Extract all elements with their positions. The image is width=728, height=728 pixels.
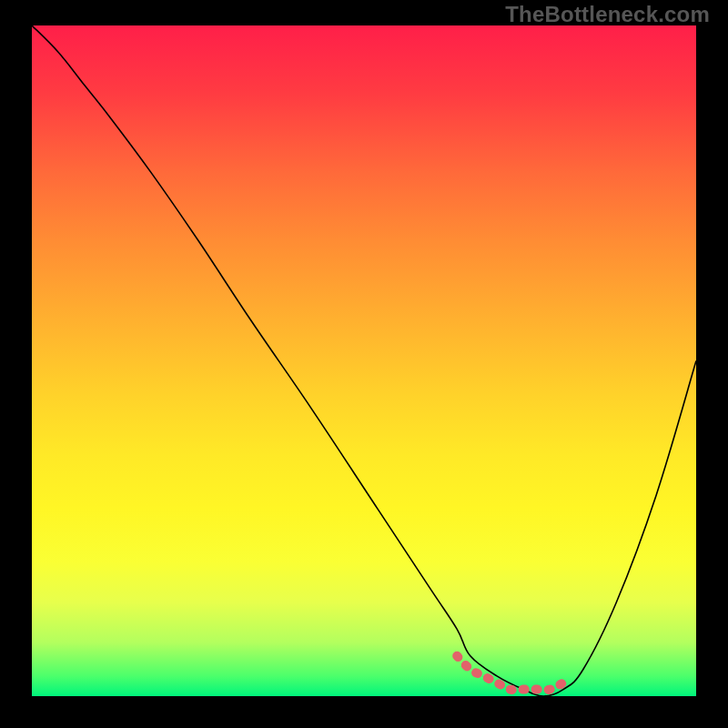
- watermark-text: TheBottleneck.com: [505, 2, 710, 27]
- trough-marker: [457, 656, 563, 690]
- bottleneck-curve: [32, 25, 696, 696]
- curve-svg: [32, 25, 696, 696]
- plot-area: [32, 25, 696, 696]
- chart-frame: TheBottleneck.com: [0, 0, 728, 728]
